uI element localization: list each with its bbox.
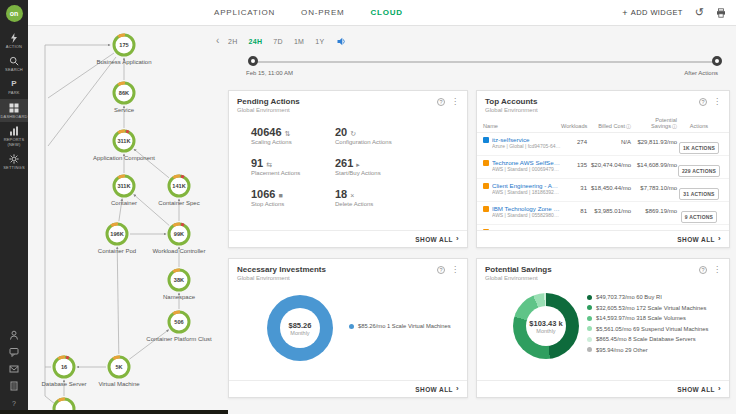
help-icon[interactable]: ? xyxy=(9,398,19,408)
supply-chain-node-dbs[interactable]: 16Database Server xyxy=(41,353,86,387)
print-icon[interactable] xyxy=(716,8,726,18)
sidebar-item-park[interactable]: P PARK xyxy=(0,75,28,98)
potential-savings-value: $29,811.93/mo xyxy=(631,136,677,145)
action-type-icon: ■ xyxy=(278,192,282,199)
svg-text:Container Platform Clust: Container Platform Clust xyxy=(146,336,212,342)
supply-chain-node-ba[interactable]: 175Business Application xyxy=(96,31,151,65)
widget-scope: Global Environment xyxy=(237,275,459,281)
svg-text:Database Server: Database Server xyxy=(41,381,86,387)
actions-button[interactable]: 1K ACTIONS xyxy=(679,142,719,154)
supply-chain-node-cpc[interactable]: 506Container Platform Clust xyxy=(146,308,212,342)
range-1m[interactable]: 1M xyxy=(294,38,304,45)
timeline-track[interactable] xyxy=(254,61,716,63)
legend-dot xyxy=(587,295,592,300)
tab-cloud[interactable]: CLOUD xyxy=(371,8,403,17)
action-type-icon: ▸ xyxy=(356,161,360,169)
kebab-menu-icon[interactable]: ⋮ xyxy=(451,266,459,274)
billed-cost-value: $20,474.04/mo xyxy=(587,159,631,168)
svg-text:Workload Controller: Workload Controller xyxy=(153,248,206,254)
user-icon[interactable] xyxy=(9,330,19,340)
pending-actions-widget: Pending Actions ? ⋮ Global Environment 4… xyxy=(228,90,468,248)
supply-chain-node-vm[interactable]: 5KVirtual Machine xyxy=(98,353,140,387)
help-icon[interactable]: ? xyxy=(699,266,707,274)
main-content: 175Business Application86KService311KApp… xyxy=(28,26,736,414)
supply-chain-node-ns[interactable]: 38KNamespace xyxy=(163,266,196,300)
help-icon[interactable]: ? xyxy=(699,98,707,106)
add-widget-button[interactable]: + ADD WIDGET xyxy=(622,8,683,18)
top-accounts-columns[interactable]: Name Workloads Billed Costⓘ Potential Sa… xyxy=(477,113,729,133)
kebab-menu-icon[interactable]: ⋮ xyxy=(713,98,721,106)
history-icon[interactable]: ↺ xyxy=(695,7,704,18)
range-7d[interactable]: 7D xyxy=(273,38,283,45)
help-icon[interactable]: ? xyxy=(437,266,445,274)
account-row: IBM Technology Zone - Q1 competitic AWS … xyxy=(477,202,729,225)
timeline-handle-start[interactable] xyxy=(248,56,258,66)
chevron-right-icon: › xyxy=(718,385,721,393)
actions-button[interactable]: 229 ACTIONS xyxy=(678,165,720,177)
supply-chain-node-svc[interactable]: 86KService xyxy=(110,79,138,113)
show-all-button[interactable]: SHOW ALL› xyxy=(229,380,467,397)
time-ranges: 2H 24H 7D 1M 1Y xyxy=(228,37,346,46)
help-icon[interactable]: ? xyxy=(437,98,445,106)
app-logo[interactable]: on xyxy=(6,5,23,22)
sidebar-item-action[interactable]: ACTION xyxy=(0,29,28,52)
potential-savings-widget: Potential Savings ? ⋮ Global Environment… xyxy=(476,258,730,398)
speaker-icon[interactable] xyxy=(337,37,346,46)
show-all-button[interactable]: SHOW ALL› xyxy=(477,380,729,397)
range-24h[interactable]: 24H xyxy=(249,38,263,45)
supply-chain-node-wc[interactable]: 99KWorkload Controller xyxy=(153,220,206,254)
svg-text:Namespace: Namespace xyxy=(163,294,196,300)
svg-text:Container: Container xyxy=(111,200,137,206)
chevron-left-icon[interactable]: ‹ xyxy=(216,36,219,46)
sidebar-item-search[interactable]: SEARCH xyxy=(0,52,28,75)
actions-button[interactable]: 9 ACTIONS xyxy=(681,211,717,223)
legend-item: $14,593.97/mo 318 Scale Volumes xyxy=(587,315,708,321)
show-all-button[interactable]: SHOW ALL› xyxy=(229,230,467,247)
account-link[interactable]: IBM Technology Zone - Q1 competitic xyxy=(492,205,561,212)
tab-application[interactable]: APPLICATION xyxy=(214,8,275,17)
sidebar-item-dashboard[interactable]: DASHBOARD xyxy=(0,99,28,122)
account-link[interactable]: itz-selfservice xyxy=(492,136,561,143)
supply-chain-node-ac[interactable]: 311KApplication Component xyxy=(93,127,155,161)
action-type-icon: ⇆ xyxy=(266,161,272,169)
account-link[interactable]: Client Engineering - Americas - CE - xyxy=(492,182,561,189)
svg-text:196K: 196K xyxy=(110,231,123,237)
workloads-value: 81 xyxy=(561,205,587,214)
timeline-start-label: Feb 15, 11:00 AM xyxy=(246,70,293,76)
sidebar-footer: ? xyxy=(9,330,19,408)
supply-chain-node-cspec[interactable]: 141KContainer Spec xyxy=(158,172,199,206)
sidebar-item-settings[interactable]: SETTINGS xyxy=(0,150,28,173)
pending-stat: 1066 ■ Stop Actions xyxy=(251,188,335,207)
timeline-handle-end[interactable] xyxy=(712,56,722,66)
workloads-value: 135 xyxy=(561,159,587,168)
account-link[interactable]: Techzone AWS SelfService xyxy=(492,159,561,166)
show-all-button[interactable]: SHOW ALL› xyxy=(477,230,729,247)
tab-on-prem[interactable]: ON-PREM xyxy=(301,8,344,17)
legend-item: $32,605.53/mo 172 Scale Virtual Machines xyxy=(587,305,708,311)
svg-text:99K: 99K xyxy=(174,231,184,237)
pending-stat: 20 ↻ Configuration Actions xyxy=(335,126,467,145)
sidebar-item-reports[interactable]: REPORTS (NEW) xyxy=(0,122,28,150)
docs-icon[interactable] xyxy=(9,381,19,391)
range-1y[interactable]: 1Y xyxy=(315,38,324,45)
legend-dot xyxy=(587,337,592,342)
workloads-value: 274 xyxy=(561,136,587,145)
range-2h[interactable]: 2H xyxy=(228,38,238,45)
mail-icon[interactable] xyxy=(9,364,19,374)
widget-title: Necessary Investments xyxy=(237,265,326,274)
pending-stat: 40646 ⇅ Scaling Actions xyxy=(251,126,335,145)
kebab-menu-icon[interactable]: ⋮ xyxy=(713,266,721,274)
actions-button[interactable]: 31 ACTIONS xyxy=(679,188,718,200)
svg-text:Service: Service xyxy=(114,107,135,113)
svg-text:16: 16 xyxy=(61,364,67,370)
account-detail: AWS | Standard | 181863925936 xyxy=(492,189,561,195)
svg-text:Virtual Machine: Virtual Machine xyxy=(98,381,140,387)
supply-chain-diagram: 175Business Application86KService311KApp… xyxy=(28,28,240,414)
chat-icon[interactable] xyxy=(9,347,19,357)
top-accounts-rows: itz-selfservice Azure | Global | fcd9470… xyxy=(477,133,729,233)
svg-text:506: 506 xyxy=(174,319,183,325)
supply-chain-node-cont[interactable]: 311KContainer xyxy=(110,172,138,206)
supply-chain-node-cpod[interactable]: 196KContainer Pod xyxy=(98,220,136,254)
reports-icon xyxy=(9,126,19,136)
kebab-menu-icon[interactable]: ⋮ xyxy=(451,98,459,106)
